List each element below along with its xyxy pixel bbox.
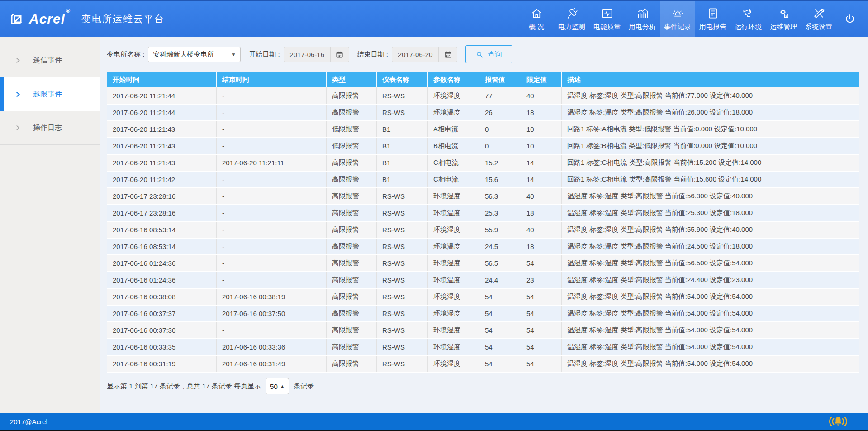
start-date-value: 2017-06-16 <box>284 47 330 62</box>
table-cell: 环境湿度 <box>428 305 479 322</box>
table-row[interactable]: 2017-06-17 23:28:16-高限报警RS-WS环境湿度56.340温… <box>107 188 859 205</box>
column-header[interactable]: 限定值 <box>521 72 562 87</box>
nav-label: 事件记录 <box>664 23 691 31</box>
table-cell: 温湿度 标签:湿度 类型:高限报警 当前值:55.900 设定值:40.000 <box>562 221 859 238</box>
table-row[interactable]: 2017-06-16 01:24:36-高限报警RS-WS环境湿度56.554温… <box>107 255 859 272</box>
table-row[interactable]: 2017-06-20 11:21:432017-06-20 11:21:11高限… <box>107 154 859 171</box>
events-table-wrap: 开始时间结束时间类型仪表名称参数名称报警值限定值描述 2017-06-20 11… <box>107 72 859 373</box>
top-header: Acrel® 变电所运维云平台 概 况 电力监测 <box>0 0 868 37</box>
nav-item-system-settings[interactable]: 系统设置 <box>801 1 836 37</box>
table-cell: 温湿度 标签:湿度 类型:高限报警 当前值:54.000 设定值:54.000 <box>562 355 859 372</box>
notification-bell-icon[interactable] <box>826 415 850 428</box>
table-cell: 54 <box>479 305 521 322</box>
table-row[interactable]: 2017-06-17 23:28:16-高限报警RS-WS环境温度25.318温… <box>107 205 859 221</box>
table-row[interactable]: 2017-06-16 00:31:192017-06-16 00:31:49高限… <box>107 355 859 372</box>
end-date-input[interactable]: 2017-06-20 <box>392 47 457 62</box>
table-cell: 24.4 <box>479 272 521 288</box>
page-size-value: 50 <box>270 383 278 390</box>
column-header[interactable]: 结束时间 <box>217 72 327 87</box>
table-cell: 高限报警 <box>327 104 377 121</box>
table-cell: 环境温度 <box>428 205 479 221</box>
app-footer: 2017@Acrel <box>0 413 868 431</box>
sidebar-item-remote-signal-events[interactable]: 遥信事件 <box>0 43 100 77</box>
query-button[interactable]: 查询 <box>465 45 512 63</box>
table-cell: 环境湿度 <box>428 188 479 205</box>
table-cell: 环境湿度 <box>428 221 479 238</box>
column-header[interactable]: 类型 <box>327 72 377 87</box>
start-date-calendar-button[interactable] <box>330 47 349 62</box>
table-cell: - <box>217 121 327 138</box>
page-size-select[interactable]: 50 ▲ <box>266 378 289 394</box>
table-cell: 高限报警 <box>327 154 377 171</box>
table-row[interactable]: 2017-06-16 01:24:36-高限报警RS-WS环境温度24.423温… <box>107 272 859 288</box>
table-cell: RS-WS <box>377 305 428 322</box>
plug-icon <box>566 7 578 19</box>
table-cell: 低限报警 <box>327 138 377 154</box>
table-cell: 环境湿度 <box>428 288 479 305</box>
table-cell: 温湿度 标签:湿度 类型:高限报警 当前值:54.000 设定值:54.000 <box>562 339 859 355</box>
end-date-calendar-button[interactable] <box>438 47 457 62</box>
start-date-input[interactable]: 2017-06-16 <box>284 47 349 62</box>
nav-item-power-quality[interactable]: 电能质量 <box>589 1 625 37</box>
table-row[interactable]: 2017-06-16 08:53:14-高限报警RS-WS环境温度24.518温… <box>107 238 859 255</box>
table-row[interactable]: 2017-06-16 00:38:082017-06-16 00:38:19高限… <box>107 288 859 305</box>
column-header[interactable]: 参数名称 <box>428 72 479 87</box>
table-row[interactable]: 2017-06-20 11:21:42-高限报警B1C相电流15.614回路1 … <box>107 171 859 188</box>
table-row[interactable]: 2017-06-16 08:53:14-高限报警RS-WS环境湿度55.940温… <box>107 221 859 238</box>
column-header[interactable]: 描述 <box>562 72 859 87</box>
nav-item-power-monitoring[interactable]: 电力监测 <box>554 1 589 37</box>
nav-label: 运维管理 <box>770 23 797 31</box>
table-cell: B1 <box>377 121 428 138</box>
power-button[interactable] <box>836 1 863 37</box>
table-cell: 2017-06-16 00:38:08 <box>107 288 217 305</box>
nav-item-event-records[interactable]: 事件记录 <box>660 1 695 37</box>
nav-label: 概 况 <box>529 23 544 31</box>
column-header[interactable]: 开始时间 <box>107 72 217 87</box>
pagination: 显示第 1 到第 17 条记录，总共 17 条记录 每页显示 50 ▲ 条记录 <box>107 378 859 394</box>
table-row[interactable]: 2017-06-16 00:33:352017-06-16 00:33:36高限… <box>107 339 859 355</box>
table-row[interactable]: 2017-06-16 00:37:30-高限报警RS-WS环境湿度5454温湿度… <box>107 322 859 339</box>
table-row[interactable]: 2017-06-20 11:21:44-高限报警RS-WS环境温度2618温湿度… <box>107 104 859 121</box>
table-cell: B1 <box>377 138 428 154</box>
table-cell: RS-WS <box>377 188 428 205</box>
sidebar-item-operation-log[interactable]: 操作日志 <box>0 111 100 145</box>
table-row[interactable]: 2017-06-16 00:37:372017-06-16 00:37:50高限… <box>107 305 859 322</box>
table-cell: 温湿度 标签:湿度 类型:高限报警 当前值:54.000 设定值:54.000 <box>562 288 859 305</box>
chevron-right-icon <box>14 125 21 131</box>
table-cell: 温湿度 标签:湿度 类型:高限报警 当前值:54.000 设定值:54.000 <box>562 322 859 339</box>
column-header[interactable]: 仪表名称 <box>377 72 428 87</box>
nav-item-environment[interactable]: 运行环境 <box>730 1 766 37</box>
table-cell: 24.5 <box>479 238 521 255</box>
table-row[interactable]: 2017-06-20 11:21:43-低限报警B1A相电流010回路1 标签:… <box>107 121 859 138</box>
end-date-label: 结束日期 : <box>357 50 388 59</box>
table-cell: 2017-06-20 11:21:44 <box>107 87 217 104</box>
calendar-icon <box>336 51 343 58</box>
caret-up-icon: ▲ <box>280 384 285 388</box>
table-cell: 56.5 <box>479 255 521 272</box>
table-cell: 环境温度 <box>428 272 479 288</box>
sidebar-item-label: 遥信事件 <box>33 56 62 65</box>
page-title: 变电所运维云平台 <box>81 13 165 25</box>
table-row[interactable]: 2017-06-20 11:21:43-低限报警B1B相电流010回路1 标签:… <box>107 138 859 154</box>
table-cell: 回路1 标签:C相电流 类型:高限报警 当前值:15.600 设定值:14.00… <box>562 171 859 188</box>
page-body: 遥信事件 越限事件 操作日志 变电所名称 : 安科瑞新大楼变电所 ▼ 开始日期 … <box>0 37 868 413</box>
table-cell: - <box>217 188 327 205</box>
table-cell: 2017-06-16 00:37:30 <box>107 322 217 339</box>
nav-item-power-analysis[interactable]: 用电分析 <box>625 1 660 37</box>
nav-item-overview[interactable]: 概 况 <box>519 1 554 37</box>
table-cell: 18 <box>521 104 562 121</box>
acrel-logo-icon <box>10 11 25 27</box>
nav-item-ops-management[interactable]: 运维管理 <box>766 1 801 37</box>
table-cell: 环境湿度 <box>428 322 479 339</box>
table-cell: 54 <box>521 255 562 272</box>
nav-item-power-report[interactable]: 用电报告 <box>695 1 730 37</box>
table-cell: RS-WS <box>377 322 428 339</box>
table-cell: RS-WS <box>377 104 428 121</box>
station-select[interactable]: 安科瑞新大楼变电所 ▼ <box>148 47 241 62</box>
column-header[interactable]: 报警值 <box>479 72 521 87</box>
table-cell: 2017-06-17 23:28:16 <box>107 188 217 205</box>
table-cell: 2017-06-16 08:53:14 <box>107 238 217 255</box>
sidebar-item-limit-violation-events[interactable]: 越限事件 <box>0 77 100 111</box>
table-row[interactable]: 2017-06-20 11:21:44-高限报警RS-WS环境湿度7740温湿度… <box>107 87 859 104</box>
table-cell: 14 <box>521 171 562 188</box>
